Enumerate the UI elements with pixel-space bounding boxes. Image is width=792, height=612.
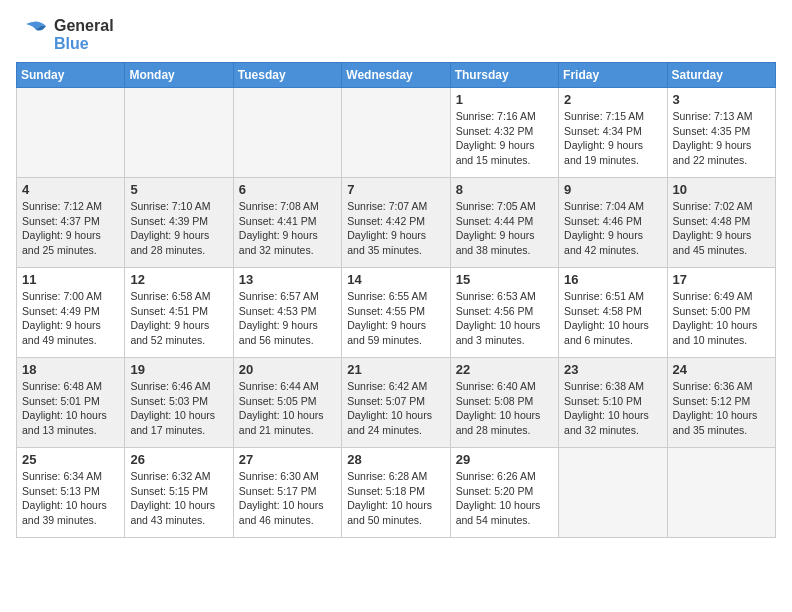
calendar-header: SundayMondayTuesdayWednesdayThursdayFrid… bbox=[17, 63, 776, 88]
day-detail: Sunrise: 7:02 AM Sunset: 4:48 PM Dayligh… bbox=[673, 199, 770, 258]
calendar-cell: 17Sunrise: 6:49 AM Sunset: 5:00 PM Dayli… bbox=[667, 268, 775, 358]
day-number: 11 bbox=[22, 272, 119, 287]
day-number: 26 bbox=[130, 452, 227, 467]
day-number: 23 bbox=[564, 362, 661, 377]
day-number: 15 bbox=[456, 272, 553, 287]
day-number: 21 bbox=[347, 362, 444, 377]
day-number: 7 bbox=[347, 182, 444, 197]
calendar-cell: 5Sunrise: 7:10 AM Sunset: 4:39 PM Daylig… bbox=[125, 178, 233, 268]
day-number: 13 bbox=[239, 272, 336, 287]
calendar-cell: 26Sunrise: 6:32 AM Sunset: 5:15 PM Dayli… bbox=[125, 448, 233, 538]
calendar-cell: 12Sunrise: 6:58 AM Sunset: 4:51 PM Dayli… bbox=[125, 268, 233, 358]
header-sunday: Sunday bbox=[17, 63, 125, 88]
day-number: 4 bbox=[22, 182, 119, 197]
calendar-cell: 18Sunrise: 6:48 AM Sunset: 5:01 PM Dayli… bbox=[17, 358, 125, 448]
day-detail: Sunrise: 6:28 AM Sunset: 5:18 PM Dayligh… bbox=[347, 469, 444, 528]
day-detail: Sunrise: 6:55 AM Sunset: 4:55 PM Dayligh… bbox=[347, 289, 444, 348]
day-detail: Sunrise: 7:04 AM Sunset: 4:46 PM Dayligh… bbox=[564, 199, 661, 258]
calendar-cell: 19Sunrise: 6:46 AM Sunset: 5:03 PM Dayli… bbox=[125, 358, 233, 448]
calendar-cell: 9Sunrise: 7:04 AM Sunset: 4:46 PM Daylig… bbox=[559, 178, 667, 268]
day-detail: Sunrise: 7:08 AM Sunset: 4:41 PM Dayligh… bbox=[239, 199, 336, 258]
calendar-cell: 21Sunrise: 6:42 AM Sunset: 5:07 PM Dayli… bbox=[342, 358, 450, 448]
day-number: 20 bbox=[239, 362, 336, 377]
day-detail: Sunrise: 6:34 AM Sunset: 5:13 PM Dayligh… bbox=[22, 469, 119, 528]
calendar-cell: 20Sunrise: 6:44 AM Sunset: 5:05 PM Dayli… bbox=[233, 358, 341, 448]
day-number: 28 bbox=[347, 452, 444, 467]
calendar-cell bbox=[667, 448, 775, 538]
week-row-1: 1Sunrise: 7:16 AM Sunset: 4:32 PM Daylig… bbox=[17, 88, 776, 178]
calendar-table: SundayMondayTuesdayWednesdayThursdayFrid… bbox=[16, 62, 776, 538]
day-number: 27 bbox=[239, 452, 336, 467]
day-number: 10 bbox=[673, 182, 770, 197]
day-detail: Sunrise: 6:57 AM Sunset: 4:53 PM Dayligh… bbox=[239, 289, 336, 348]
day-detail: Sunrise: 7:15 AM Sunset: 4:34 PM Dayligh… bbox=[564, 109, 661, 168]
calendar-cell bbox=[559, 448, 667, 538]
calendar-cell: 8Sunrise: 7:05 AM Sunset: 4:44 PM Daylig… bbox=[450, 178, 558, 268]
day-number: 18 bbox=[22, 362, 119, 377]
logo-general: General bbox=[54, 17, 114, 35]
week-row-5: 25Sunrise: 6:34 AM Sunset: 5:13 PM Dayli… bbox=[17, 448, 776, 538]
day-number: 14 bbox=[347, 272, 444, 287]
logo-text: General Blue bbox=[54, 17, 114, 52]
day-detail: Sunrise: 7:16 AM Sunset: 4:32 PM Dayligh… bbox=[456, 109, 553, 168]
calendar-cell: 6Sunrise: 7:08 AM Sunset: 4:41 PM Daylig… bbox=[233, 178, 341, 268]
day-detail: Sunrise: 7:10 AM Sunset: 4:39 PM Dayligh… bbox=[130, 199, 227, 258]
header-monday: Monday bbox=[125, 63, 233, 88]
day-number: 19 bbox=[130, 362, 227, 377]
calendar-cell: 15Sunrise: 6:53 AM Sunset: 4:56 PM Dayli… bbox=[450, 268, 558, 358]
day-number: 6 bbox=[239, 182, 336, 197]
calendar-cell: 27Sunrise: 6:30 AM Sunset: 5:17 PM Dayli… bbox=[233, 448, 341, 538]
day-number: 29 bbox=[456, 452, 553, 467]
calendar-cell: 14Sunrise: 6:55 AM Sunset: 4:55 PM Dayli… bbox=[342, 268, 450, 358]
day-detail: Sunrise: 6:38 AM Sunset: 5:10 PM Dayligh… bbox=[564, 379, 661, 438]
calendar-cell: 10Sunrise: 7:02 AM Sunset: 4:48 PM Dayli… bbox=[667, 178, 775, 268]
day-detail: Sunrise: 7:00 AM Sunset: 4:49 PM Dayligh… bbox=[22, 289, 119, 348]
day-number: 16 bbox=[564, 272, 661, 287]
header-wednesday: Wednesday bbox=[342, 63, 450, 88]
day-number: 22 bbox=[456, 362, 553, 377]
day-detail: Sunrise: 7:12 AM Sunset: 4:37 PM Dayligh… bbox=[22, 199, 119, 258]
calendar-cell: 22Sunrise: 6:40 AM Sunset: 5:08 PM Dayli… bbox=[450, 358, 558, 448]
calendar-cell: 24Sunrise: 6:36 AM Sunset: 5:12 PM Dayli… bbox=[667, 358, 775, 448]
header-saturday: Saturday bbox=[667, 63, 775, 88]
logo-blue: Blue bbox=[54, 35, 114, 53]
day-number: 25 bbox=[22, 452, 119, 467]
calendar-cell: 13Sunrise: 6:57 AM Sunset: 4:53 PM Dayli… bbox=[233, 268, 341, 358]
header-thursday: Thursday bbox=[450, 63, 558, 88]
day-detail: Sunrise: 6:30 AM Sunset: 5:17 PM Dayligh… bbox=[239, 469, 336, 528]
calendar-cell bbox=[342, 88, 450, 178]
day-number: 8 bbox=[456, 182, 553, 197]
day-number: 12 bbox=[130, 272, 227, 287]
calendar-cell: 2Sunrise: 7:15 AM Sunset: 4:34 PM Daylig… bbox=[559, 88, 667, 178]
day-detail: Sunrise: 6:32 AM Sunset: 5:15 PM Dayligh… bbox=[130, 469, 227, 528]
day-number: 3 bbox=[673, 92, 770, 107]
calendar-cell: 3Sunrise: 7:13 AM Sunset: 4:35 PM Daylig… bbox=[667, 88, 775, 178]
day-detail: Sunrise: 7:07 AM Sunset: 4:42 PM Dayligh… bbox=[347, 199, 444, 258]
day-detail: Sunrise: 6:58 AM Sunset: 4:51 PM Dayligh… bbox=[130, 289, 227, 348]
header-friday: Friday bbox=[559, 63, 667, 88]
calendar-cell: 11Sunrise: 7:00 AM Sunset: 4:49 PM Dayli… bbox=[17, 268, 125, 358]
day-detail: Sunrise: 6:42 AM Sunset: 5:07 PM Dayligh… bbox=[347, 379, 444, 438]
calendar-cell bbox=[17, 88, 125, 178]
calendar-cell: 7Sunrise: 7:07 AM Sunset: 4:42 PM Daylig… bbox=[342, 178, 450, 268]
page-header: General Blue bbox=[16, 16, 776, 54]
day-detail: Sunrise: 7:13 AM Sunset: 4:35 PM Dayligh… bbox=[673, 109, 770, 168]
day-number: 24 bbox=[673, 362, 770, 377]
day-detail: Sunrise: 6:48 AM Sunset: 5:01 PM Dayligh… bbox=[22, 379, 119, 438]
day-detail: Sunrise: 6:51 AM Sunset: 4:58 PM Dayligh… bbox=[564, 289, 661, 348]
day-detail: Sunrise: 6:44 AM Sunset: 5:05 PM Dayligh… bbox=[239, 379, 336, 438]
logo-container: General Blue bbox=[16, 16, 114, 54]
calendar-cell: 28Sunrise: 6:28 AM Sunset: 5:18 PM Dayli… bbox=[342, 448, 450, 538]
week-row-4: 18Sunrise: 6:48 AM Sunset: 5:01 PM Dayli… bbox=[17, 358, 776, 448]
day-number: 1 bbox=[456, 92, 553, 107]
day-detail: Sunrise: 6:26 AM Sunset: 5:20 PM Dayligh… bbox=[456, 469, 553, 528]
calendar-cell: 16Sunrise: 6:51 AM Sunset: 4:58 PM Dayli… bbox=[559, 268, 667, 358]
day-detail: Sunrise: 6:40 AM Sunset: 5:08 PM Dayligh… bbox=[456, 379, 553, 438]
calendar-cell bbox=[233, 88, 341, 178]
day-number: 9 bbox=[564, 182, 661, 197]
day-number: 17 bbox=[673, 272, 770, 287]
calendar-cell bbox=[125, 88, 233, 178]
calendar-cell: 4Sunrise: 7:12 AM Sunset: 4:37 PM Daylig… bbox=[17, 178, 125, 268]
week-row-3: 11Sunrise: 7:00 AM Sunset: 4:49 PM Dayli… bbox=[17, 268, 776, 358]
logo-bird-icon bbox=[16, 16, 54, 54]
